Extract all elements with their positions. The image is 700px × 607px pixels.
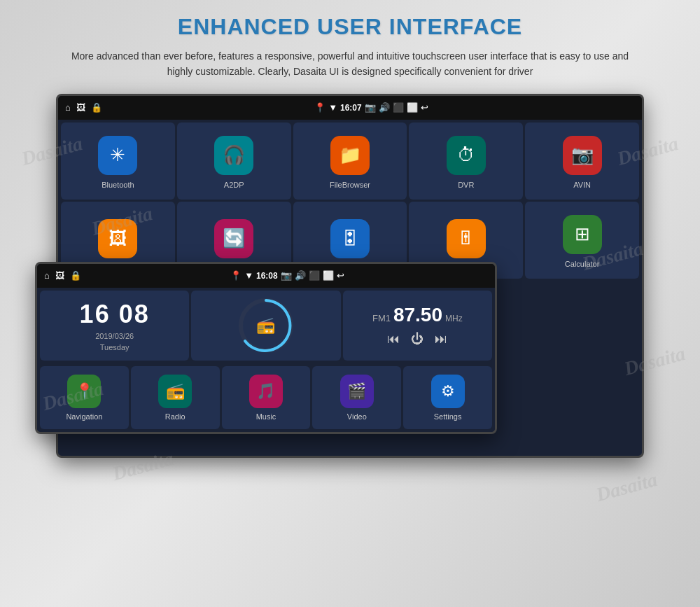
video-icon: 🎬 [347, 382, 366, 400]
app-grid-back: ✳ Bluetooth 🎧 A2DP 📁 FileBrowser [58, 120, 642, 281]
music-icon: 🎵 [256, 382, 275, 400]
screen-front: ⌂ 🖼 🔒 📍 ▼ 16:08 📷 🔊 ⬛ ⬜ ↩ [35, 262, 497, 434]
screens-container: ⌂ 🖼 🔒 📍 ▼ 16:07 📷 🔊 ⬛ ⬜ ↩ [21, 94, 679, 500]
music-label: Music [256, 412, 276, 421]
settings-icon-bg: ⚙ [431, 375, 465, 408]
clock-date: 2019/03/26 [95, 332, 134, 340]
app-a2dp[interactable]: 🎧 A2DP [177, 123, 291, 200]
dvr-label: DVR [458, 181, 474, 189]
bluetooth-icon: ✳ [110, 144, 125, 166]
back-icon-front[interactable]: ↩ [337, 270, 344, 281]
status-bar-back: ⌂ 🖼 🔒 📍 ▼ 16:07 📷 🔊 ⬛ ⬜ ↩ [58, 96, 642, 120]
status-bar-left-front: ⌂ 🖼 🔒 [44, 270, 81, 281]
bluetooth-icon-bg: ✳ [98, 136, 137, 175]
mirror-icon: 🔄 [223, 228, 245, 249]
nav-settings[interactable]: ⚙ Settings [403, 366, 492, 429]
home-icon-back[interactable]: ⌂ [65, 102, 71, 113]
video-label: Video [347, 412, 367, 421]
status-bar-left-back: ⌂ 🖼 🔒 [65, 102, 102, 113]
app-dvr[interactable]: ⏱ DVR [409, 123, 523, 200]
gallery-icon-bg: 🖼 [98, 219, 137, 258]
radio-nav-icon: 📻 [166, 382, 185, 400]
fm-next-btn[interactable]: ⏭ [435, 332, 447, 347]
navigation-icon-bg: 📍 [67, 375, 101, 408]
fm-prev-btn[interactable]: ⏮ [387, 332, 400, 347]
home-content: 16 08 2019/03/26 Tuesday 📻 [37, 288, 495, 363]
video-icon-bg: 🎬 [340, 375, 374, 408]
gallery-icon: 🖼 [108, 228, 127, 249]
page-wrapper: Dasaita Dasaita Dasaita Dasaita Dasaita … [0, 0, 700, 607]
nav-radio[interactable]: 📻 Radio [131, 366, 220, 429]
front-screen-time: 16:08 [256, 271, 278, 281]
home-icon-front[interactable]: ⌂ [44, 270, 50, 281]
win1-icon-back: ⬛ [393, 102, 404, 113]
radio-dial-container: 📻 [238, 298, 294, 354]
settings-icon: ⚙ [441, 382, 455, 400]
back-screen-time: 16:07 [340, 103, 362, 113]
a2dp-icon: 🎧 [223, 144, 245, 166]
wifi-icon-front: ▼ [244, 270, 253, 281]
clock-time: 16 08 [80, 300, 150, 329]
steering-icon-bg: 🎛 [330, 219, 370, 258]
nav-navigation[interactable]: 📍 Navigation [40, 366, 129, 429]
vol-icon-front: 🔊 [295, 270, 306, 281]
dvr-icon-bg: ⏱ [447, 136, 486, 175]
clock-day: Tuesday [100, 343, 130, 351]
page-subtitle: More advanced than ever before, features… [70, 48, 630, 80]
fm-cell: FM1 87.50 MHz ⏮ ⏻ ⏭ [343, 291, 492, 361]
equalizer-icon-bg: 🎚 [447, 219, 486, 258]
page-title: Enhanced User Interface [21, 14, 679, 40]
a2dp-icon-bg: 🎧 [214, 136, 253, 175]
app-calculator[interactable]: ⊞ Calculator [525, 202, 639, 279]
win2-icon-front: ⬜ [323, 270, 334, 281]
dvr-icon: ⏱ [457, 144, 475, 166]
status-bar-center-front: 📍 ▼ 16:08 📷 🔊 ⬛ ⬜ ↩ [87, 270, 488, 281]
navigation-label: Navigation [66, 412, 102, 421]
bluetooth-label: Bluetooth [102, 181, 134, 189]
app-filebrowser[interactable]: 📁 FileBrowser [293, 123, 407, 200]
a2dp-label: A2DP [224, 181, 244, 189]
fm-freq-row: FM1 87.50 MHz [372, 304, 463, 326]
status-bar-center-back: 📍 ▼ 16:07 📷 🔊 ⬛ ⬜ ↩ [108, 102, 635, 113]
filebrowser-icon-bg: 📁 [330, 136, 370, 175]
radio-dial-cell[interactable]: 📻 [191, 291, 340, 361]
clock-cell: 16 08 2019/03/26 Tuesday [40, 291, 189, 361]
nav-music[interactable]: 🎵 Music [222, 366, 311, 429]
navigation-icon: 📍 [75, 382, 94, 400]
filebrowser-label: FileBrowser [330, 181, 370, 189]
lock-icon-back: 🔒 [91, 102, 102, 113]
wifi-icon-back: ▼ [328, 102, 337, 113]
equalizer-icon: 🎚 [457, 228, 475, 249]
image-icon-front: 🖼 [55, 270, 64, 281]
radio-icon: 📻 [256, 316, 275, 335]
avin-label: AVIN [573, 181, 591, 189]
back-icon-back[interactable]: ↩ [421, 102, 428, 113]
avin-icon: 📷 [571, 144, 594, 166]
radio-label: Radio [165, 412, 186, 421]
vol-icon-back: 🔊 [379, 102, 390, 113]
fm-frequency: 87.50 [393, 304, 442, 326]
win1-icon-front: ⬛ [309, 270, 320, 281]
pin-icon-back: 📍 [314, 102, 326, 113]
win2-icon-back: ⬜ [407, 102, 418, 113]
calculator-label: Calculator [565, 260, 600, 268]
pin-icon-front: 📍 [230, 270, 241, 281]
status-bar-front: ⌂ 🖼 🔒 📍 ▼ 16:08 📷 🔊 ⬛ ⬜ ↩ [37, 264, 495, 288]
radio-icon-bg: 📻 [158, 375, 192, 408]
filebrowser-icon: 📁 [339, 144, 361, 166]
calculator-icon: ⊞ [575, 223, 590, 245]
lock-icon-front: 🔒 [70, 270, 81, 281]
image-icon-back: 🖼 [76, 102, 85, 113]
app-avin[interactable]: 📷 AVIN [525, 123, 639, 200]
mirror-icon-bg: 🔄 [214, 219, 253, 258]
music-icon-bg: 🎵 [249, 375, 283, 408]
calculator-icon-bg: ⊞ [563, 215, 602, 254]
avin-icon-bg: 📷 [563, 136, 602, 175]
camera-icon-front: 📷 [281, 270, 292, 281]
app-bluetooth[interactable]: ✳ Bluetooth [61, 123, 175, 200]
nav-video[interactable]: 🎬 Video [312, 366, 401, 429]
camera-icon-back: 📷 [365, 102, 376, 113]
fm-power-btn[interactable]: ⏻ [411, 332, 424, 347]
bottom-nav: 📍 Navigation 📻 Radio 🎵 Music [37, 363, 495, 432]
steering-icon: 🎛 [341, 228, 359, 249]
